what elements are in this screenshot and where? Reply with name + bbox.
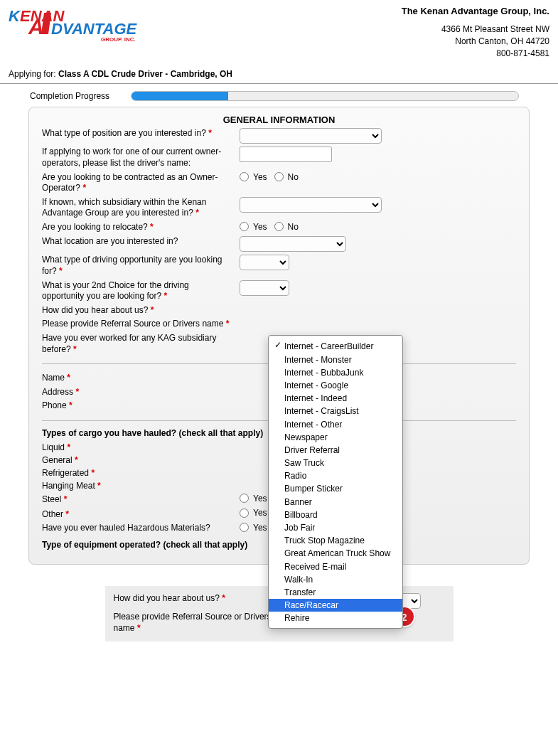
company-info: The Kenan Advantage Group, Inc. 4366 Mt …: [402, 6, 549, 59]
company-name: The Kenan Advantage Group, Inc.: [402, 6, 549, 16]
contracted-yes-radio[interactable]: [240, 172, 249, 181]
other-yes-radio[interactable]: [240, 509, 249, 518]
dropdown-option[interactable]: Banner: [269, 496, 402, 509]
q-contracted-label: Are you looking to be contracted as an O…: [42, 172, 218, 193]
dropdown-option[interactable]: Internet - BubbaJunk: [269, 366, 402, 379]
hear-about-dropdown-list[interactable]: Internet - CareerBuilderInternet - Monst…: [268, 335, 403, 628]
second-choice-select[interactable]: [240, 280, 289, 296]
relocate-yes-radio[interactable]: [240, 222, 249, 231]
hazmat-yes-radio[interactable]: [240, 523, 249, 532]
svg-text:A: A: [28, 15, 44, 38]
q-hear-about-label: How did you hear about us?: [42, 305, 148, 315]
ec-name-label: Name: [42, 373, 65, 383]
dropdown-option[interactable]: Saw Truck: [269, 457, 402, 469]
dropdown-option[interactable]: Truck Stop Magazine: [269, 534, 402, 547]
ec-phone-label: Phone: [42, 400, 67, 410]
q-subsidiary-label: If known, which subsidiary within the Ke…: [42, 197, 206, 218]
section-general-title: GENERAL INFORMATION: [29, 113, 529, 127]
cargo-other-label: Other: [42, 509, 63, 519]
dropdown-option[interactable]: Great American Truck Show: [269, 547, 402, 560]
q-position-label: What type of position are you interested…: [42, 128, 206, 138]
address-line2: North Canton, OH 44720: [402, 36, 549, 48]
q-hazmat-label: Have you ever hauled Hazardous Materials…: [42, 523, 210, 533]
progress-label: Completion Progress: [30, 91, 109, 101]
company-logo: K ENAN A DVANTAGE GROUP, INC.: [9, 6, 158, 41]
driving-opportunity-select[interactable]: [240, 255, 289, 270]
q-driving-opportunity-label: What type of driving opportunity are you…: [42, 255, 222, 276]
steel-yes-radio[interactable]: [240, 494, 249, 503]
dropdown-option[interactable]: Internet - CraigsList: [269, 405, 402, 417]
dropdown-option[interactable]: Driver Referral: [269, 444, 402, 457]
location-select[interactable]: [240, 236, 346, 252]
dropdown-option[interactable]: Internet - Google: [269, 379, 402, 392]
dropdown-option[interactable]: Internet - Monster: [269, 353, 402, 366]
snippet-q9-label: How did you hear about us?: [114, 593, 220, 603]
relocate-no-radio[interactable]: [274, 222, 284, 231]
q-worked-kag-label: Have you ever worked for any KAG subsidi…: [42, 333, 216, 354]
ec-address-label: Address: [42, 387, 73, 397]
svg-text:DVANTAGE: DVANTAGE: [51, 20, 138, 38]
owner-op-name-input[interactable]: [240, 147, 332, 162]
dropdown-option[interactable]: [269, 339, 402, 340]
dropdown-option[interactable]: Job Fair: [269, 521, 402, 534]
contracted-no-radio[interactable]: [274, 172, 284, 181]
dropdown-option[interactable]: Received E-mail: [269, 560, 402, 573]
address-line1: 4366 Mt Pleasant Street NW: [402, 23, 549, 36]
q-location-label: What location are you interested in?: [42, 236, 178, 246]
dropdown-option[interactable]: Bumper Sticker: [269, 482, 402, 495]
dropdown-option[interactable]: Rehire: [269, 612, 402, 624]
dropdown-option[interactable]: Newspaper: [269, 431, 402, 444]
cargo-heading: Types of cargo you have hauled? (check a…: [42, 428, 263, 438]
page-header: K ENAN A DVANTAGE GROUP, INC. The Kenan …: [0, 0, 558, 84]
dropdown-option[interactable]: Internet - Other: [269, 418, 402, 431]
q-owner-op-name-label: If applying to work for one of our curre…: [42, 147, 221, 168]
cargo-liquid-label: Liquid: [42, 442, 65, 452]
svg-text:GROUP, INC.: GROUP, INC.: [101, 36, 136, 41]
dropdown-option[interactable]: Transfer: [269, 586, 402, 599]
dropdown-option[interactable]: Radio: [269, 469, 402, 482]
dropdown-option[interactable]: Walk-In: [269, 573, 402, 586]
cargo-general-label: General: [42, 455, 73, 465]
dropdown-option[interactable]: Internet - CareerBuilder: [269, 340, 402, 353]
equipment-heading: Type of equipment operated? (check all t…: [42, 540, 247, 550]
subsidiary-select[interactable]: [240, 197, 382, 213]
q-referral-label: Please provide Referral Source or Driver…: [42, 319, 223, 329]
progress-row: Completion Progress: [0, 84, 558, 104]
dropdown-option[interactable]: Race/Racecar: [269, 599, 402, 612]
position-select[interactable]: [240, 128, 382, 144]
progress-bar: [131, 91, 519, 101]
phone: 800-871-4581: [402, 48, 549, 60]
cargo-steel-label: Steel: [42, 494, 61, 504]
cargo-refrigerated-label: Refrigerated: [42, 468, 89, 478]
dropdown-option[interactable]: Internet - Indeed: [269, 392, 402, 405]
cargo-hanging-label: Hanging Meat: [42, 481, 95, 491]
q-relocate-label: Are you looking to relocate?: [42, 222, 148, 232]
dropdown-option[interactable]: Billboard: [269, 509, 402, 521]
form-panel: GENERAL INFORMATION What type of positio…: [28, 107, 530, 565]
applying-for: Applying for: Class A CDL Crude Driver -…: [9, 69, 549, 79]
